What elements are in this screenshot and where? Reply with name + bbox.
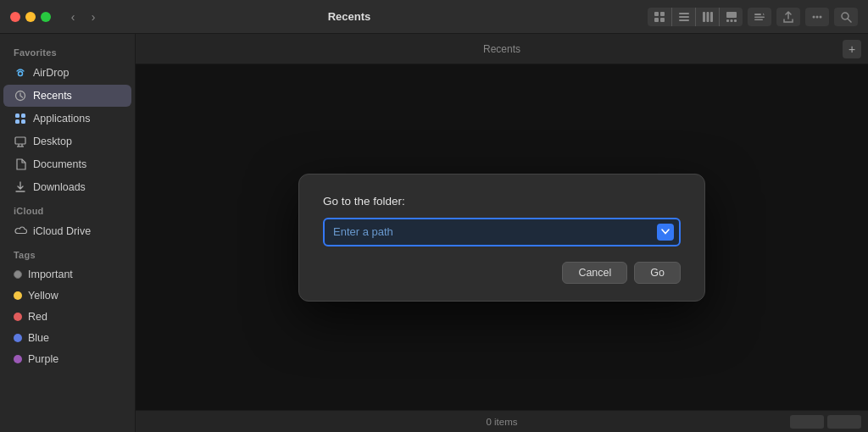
sidebar: Favorites AirDrop (0, 34, 136, 432)
share-button[interactable] (776, 8, 800, 26)
svg-rect-3 (660, 18, 665, 22)
svg-rect-8 (706, 12, 709, 22)
view-controls (790, 415, 861, 429)
svg-rect-25 (21, 114, 25, 118)
svg-rect-9 (710, 12, 713, 22)
dialog-overlay: Go to the folder: Cancel Go (136, 64, 868, 410)
svg-rect-27 (21, 119, 25, 124)
documents-label: Documents (33, 158, 86, 170)
blue-tag-dot (14, 334, 22, 342)
desktop-label: Desktop (33, 136, 72, 147)
yellow-tag-label: Yellow (28, 290, 58, 302)
svg-rect-28 (15, 137, 25, 144)
svg-rect-1 (660, 12, 665, 16)
svg-rect-14 (754, 14, 761, 15)
view-options-group (648, 8, 743, 26)
status-bar: 0 items (136, 410, 868, 432)
purple-tag-dot (14, 355, 22, 363)
icloud-label: iCloud (0, 199, 135, 219)
sidebar-item-tag-purple[interactable]: Purple (3, 349, 131, 369)
maximize-button[interactable] (41, 12, 51, 22)
minimize-button[interactable] (25, 12, 36, 22)
main-area: Recents + Go to the folder: (136, 34, 868, 432)
red-tag-dot (14, 313, 22, 321)
traffic-lights (10, 12, 51, 22)
recents-label: Recents (33, 90, 72, 102)
sidebar-item-airdrop[interactable]: AirDrop (3, 62, 131, 84)
svg-rect-10 (726, 12, 737, 18)
toolbar-icons (648, 8, 858, 26)
svg-point-18 (816, 15, 819, 18)
sidebar-item-tag-important[interactable]: Important (3, 264, 131, 285)
sidebar-item-applications[interactable]: Applications (3, 108, 131, 130)
svg-rect-6 (679, 19, 689, 21)
airdrop-icon (14, 66, 27, 80)
close-button[interactable] (10, 12, 20, 22)
sidebar-item-tag-yellow[interactable]: Yellow (3, 285, 131, 306)
sidebar-item-desktop[interactable]: Desktop (3, 130, 131, 152)
svg-rect-24 (15, 114, 19, 118)
svg-rect-2 (654, 18, 659, 22)
breadcrumb-bar: Recents + (136, 34, 868, 64)
important-tag-dot (14, 270, 22, 279)
group-button[interactable] (748, 8, 771, 26)
title-bar: ‹ › Recents (0, 0, 868, 34)
purple-tag-label: Purple (28, 353, 58, 365)
applications-icon (14, 112, 27, 125)
svg-rect-4 (679, 13, 689, 14)
red-tag-label: Red (28, 311, 47, 323)
cancel-button[interactable]: Cancel (562, 262, 627, 284)
view-control-large[interactable] (827, 415, 861, 429)
column-view-button[interactable] (695, 8, 719, 26)
dialog-title: Go to the folder: (323, 195, 681, 208)
svg-rect-11 (726, 19, 729, 22)
icloud-drive-label: iCloud Drive (33, 225, 91, 237)
list-view-button[interactable] (671, 8, 695, 26)
desktop-icon (14, 135, 27, 148)
sidebar-item-documents[interactable]: Documents (3, 153, 131, 175)
action-button[interactable] (805, 8, 829, 26)
sidebar-item-tag-red[interactable]: Red (3, 307, 131, 327)
window-title: Recents (58, 10, 641, 23)
important-tag-label: Important (28, 269, 73, 280)
yellow-tag-dot (14, 291, 22, 300)
svg-point-19 (820, 15, 822, 18)
goto-folder-dialog: Go to the folder: Cancel Go (298, 174, 705, 302)
applications-label: Applications (33, 113, 90, 125)
file-list-area: Go to the folder: Cancel Go (136, 64, 868, 410)
icloud-icon (14, 224, 27, 238)
blue-tag-label: Blue (28, 332, 49, 344)
icon-view-button[interactable] (648, 8, 671, 26)
sidebar-item-tag-blue[interactable]: Blue (3, 328, 131, 348)
gallery-view-button[interactable] (719, 8, 743, 26)
search-button[interactable] (834, 8, 858, 26)
downloads-icon (14, 180, 27, 194)
favorites-label: Favorites (0, 41, 135, 61)
dropdown-arrow-button[interactable] (657, 224, 674, 241)
breadcrumb-text: Recents (483, 43, 520, 55)
go-button[interactable]: Go (634, 262, 681, 284)
add-tab-button[interactable]: + (843, 40, 861, 58)
svg-rect-15 (754, 16, 765, 18)
item-count: 0 items (486, 417, 517, 427)
downloads-label: Downloads (33, 181, 86, 193)
documents-icon (14, 158, 27, 171)
view-control-small[interactable] (790, 415, 824, 429)
tags-label: Tags (0, 243, 135, 263)
recents-icon (14, 89, 27, 102)
sidebar-item-icloud-drive[interactable]: iCloud Drive (3, 220, 131, 242)
sidebar-item-downloads[interactable]: Downloads (3, 176, 131, 198)
svg-line-21 (848, 19, 851, 22)
svg-rect-13 (734, 19, 737, 22)
svg-rect-12 (730, 19, 732, 22)
path-input[interactable] (323, 218, 681, 246)
svg-rect-7 (703, 12, 705, 22)
path-input-wrapper (323, 218, 681, 246)
content-area: Favorites AirDrop (0, 34, 868, 432)
dialog-buttons: Cancel Go (323, 262, 681, 284)
airdrop-label: AirDrop (33, 67, 69, 79)
svg-rect-5 (679, 16, 689, 18)
svg-rect-26 (15, 119, 19, 124)
svg-point-17 (813, 15, 815, 18)
sidebar-item-recents[interactable]: Recents (3, 85, 131, 107)
